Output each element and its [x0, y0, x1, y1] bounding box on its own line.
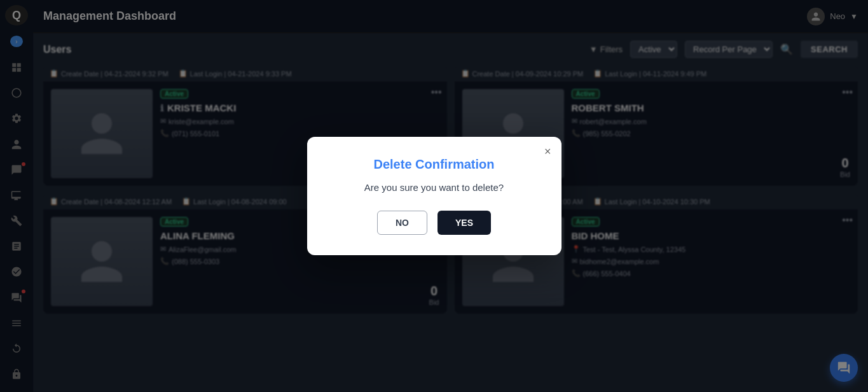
modal-overlay: × Delete Confirmation Are you sure you w… — [0, 0, 868, 392]
no-button[interactable]: NO — [377, 211, 427, 235]
modal-body-text: Are you sure you want to delete? — [333, 182, 536, 193]
yes-button[interactable]: YES — [437, 211, 491, 235]
modal-close-button[interactable]: × — [544, 146, 551, 157]
delete-confirmation-modal: × Delete Confirmation Are you sure you w… — [307, 137, 561, 255]
modal-title: Delete Confirmation — [333, 157, 536, 172]
modal-actions: NO YES — [333, 211, 536, 235]
